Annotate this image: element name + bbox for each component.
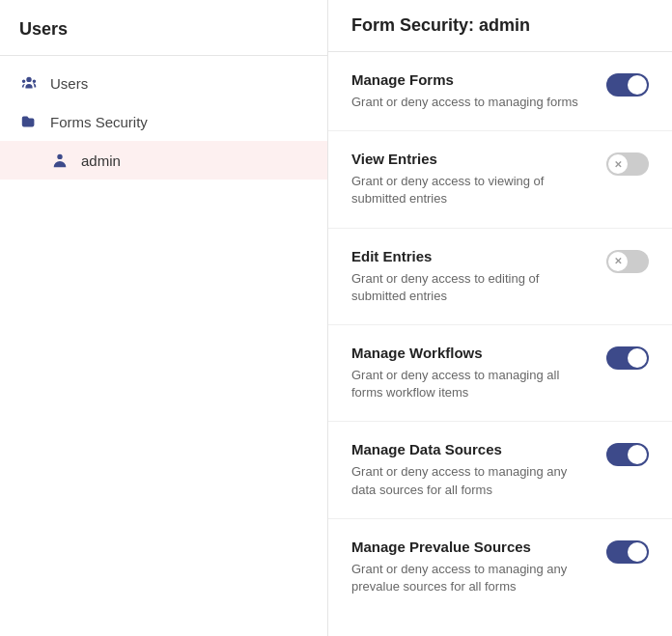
permission-item-manage-workflows: Manage WorkflowsGrant or deny access to …: [328, 325, 672, 422]
sidebar-item-admin[interactable]: admin: [0, 141, 327, 180]
toggle-thumb-manage-prevalue-sources: [628, 542, 647, 562]
main-content: Form Security: admin Manage FormsGrant o…: [328, 0, 672, 636]
toggle-manage-workflows[interactable]: [606, 346, 649, 370]
sidebar-item-forms-security-label: Forms Security: [50, 114, 148, 130]
toggle-track-view-entries: ✕: [606, 152, 649, 176]
toggle-thumb-view-entries: ✕: [608, 154, 628, 174]
sidebar-item-users[interactable]: Users: [0, 64, 327, 102]
toggle-track-manage-workflows: [606, 346, 649, 370]
permission-item-view-entries: View EntriesGrant or deny access to view…: [328, 131, 672, 228]
permission-text-manage-prevalue-sources: Manage Prevalue SourcesGrant or deny acc…: [351, 539, 606, 595]
sidebar-item-users-label: Users: [50, 75, 88, 92]
main-header: Form Security: admin: [328, 0, 672, 52]
permission-description-manage-prevalue-sources: Grant or deny access to managing any pre…: [351, 561, 591, 595]
toggle-track-edit-entries: ✕: [606, 250, 649, 273]
toggle-manage-prevalue-sources[interactable]: [606, 540, 649, 564]
person-icon: [50, 151, 70, 170]
toggle-thumb-manage-data-sources: [628, 445, 647, 464]
permission-description-manage-workflows: Grant or deny access to managing all for…: [351, 367, 591, 401]
toggle-manage-forms[interactable]: [606, 73, 649, 97]
permission-description-view-entries: Grant or deny access to viewing of submi…: [351, 173, 591, 207]
permission-item-manage-data-sources: Manage Data SourcesGrant or deny access …: [328, 422, 672, 518]
permission-title-manage-data-sources: Manage Data Sources: [351, 441, 591, 457]
permission-title-manage-forms: Manage Forms: [351, 71, 591, 88]
permission-description-edit-entries: Grant or deny access to editing of submi…: [351, 270, 591, 305]
toggle-view-entries[interactable]: ✕: [606, 152, 649, 176]
permission-item-manage-forms: Manage FormsGrant or deny access to mana…: [328, 52, 672, 131]
sidebar-nav: Users Forms Security admin: [0, 56, 327, 187]
sidebar-item-admin-label: admin: [81, 152, 121, 169]
folder-icon: [19, 112, 39, 131]
permission-item-edit-entries: Edit EntriesGrant or deny access to edit…: [328, 229, 672, 325]
permission-description-manage-forms: Grant or deny access to managing forms: [351, 94, 591, 111]
users-icon: [19, 73, 39, 93]
toggle-thumb-manage-workflows: [628, 348, 647, 368]
toggle-track-manage-forms: [606, 73, 649, 97]
toggle-manage-data-sources[interactable]: [606, 443, 649, 466]
permission-title-manage-workflows: Manage Workflows: [351, 345, 591, 361]
toggle-thumb-edit-entries: ✕: [608, 252, 628, 271]
permission-text-manage-data-sources: Manage Data SourcesGrant or deny access …: [351, 441, 606, 498]
permissions-list: Manage FormsGrant or deny access to mana…: [328, 52, 672, 615]
permission-text-manage-workflows: Manage WorkflowsGrant or deny access to …: [351, 345, 606, 401]
permission-title-view-entries: View Entries: [351, 151, 591, 167]
toggle-edit-entries[interactable]: ✕: [606, 250, 649, 273]
sidebar-title: Users: [0, 0, 327, 56]
permission-title-manage-prevalue-sources: Manage Prevalue Sources: [351, 539, 591, 555]
permission-text-edit-entries: Edit EntriesGrant or deny access to edit…: [351, 248, 606, 305]
permission-text-manage-forms: Manage FormsGrant or deny access to mana…: [351, 71, 606, 111]
toggle-track-manage-prevalue-sources: [606, 540, 649, 564]
permission-title-edit-entries: Edit Entries: [351, 248, 591, 264]
toggle-thumb-manage-forms: [628, 75, 647, 95]
toggle-track-manage-data-sources: [606, 443, 649, 466]
permission-description-manage-data-sources: Grant or deny access to managing any dat…: [351, 463, 591, 498]
permission-text-view-entries: View EntriesGrant or deny access to view…: [351, 151, 606, 207]
sidebar-item-forms-security[interactable]: Forms Security: [0, 102, 327, 141]
permission-item-manage-prevalue-sources: Manage Prevalue SourcesGrant or deny acc…: [328, 519, 672, 615]
sidebar: Users Users Forms Security: [0, 0, 328, 636]
